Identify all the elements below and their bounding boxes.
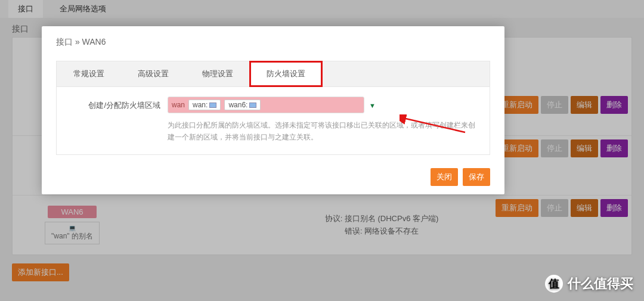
watermark: 值 什么值得买 [545, 275, 633, 293]
zone-tag-wan6: wan6: [224, 100, 261, 110]
annotation-arrow-icon [400, 114, 471, 136]
modal-tab-bar: 常规设置 高级设置 物理设置 防火墙设置 [56, 61, 490, 87]
zone-tag-wan: wan: [188, 100, 221, 110]
tab-general[interactable]: 常规设置 [57, 61, 121, 86]
modal-dialog: 接口 » WAN6 常规设置 高级设置 物理设置 防火墙设置 创建/分配防火墙区… [42, 26, 504, 194]
tab-advanced[interactable]: 高级设置 [121, 61, 185, 86]
svg-line-0 [403, 118, 465, 132]
zone-field-label: 创建/分配防火墙区域 [66, 97, 168, 111]
watermark-icon: 值 [545, 275, 563, 293]
save-button[interactable]: 保存 [463, 168, 490, 186]
chevron-down-icon[interactable]: ▼ [369, 102, 376, 109]
breadcrumb: 接口 » WAN6 [56, 37, 490, 48]
ethernet-icon [249, 103, 256, 108]
watermark-text: 什么值得买 [568, 275, 633, 293]
ethernet-icon [209, 103, 216, 108]
zone-name-label: wan [172, 101, 185, 109]
tab-firewall[interactable]: 防火墙设置 [250, 61, 322, 86]
tab-physical[interactable]: 物理设置 [185, 61, 250, 86]
close-button[interactable]: 关闭 [431, 168, 458, 186]
